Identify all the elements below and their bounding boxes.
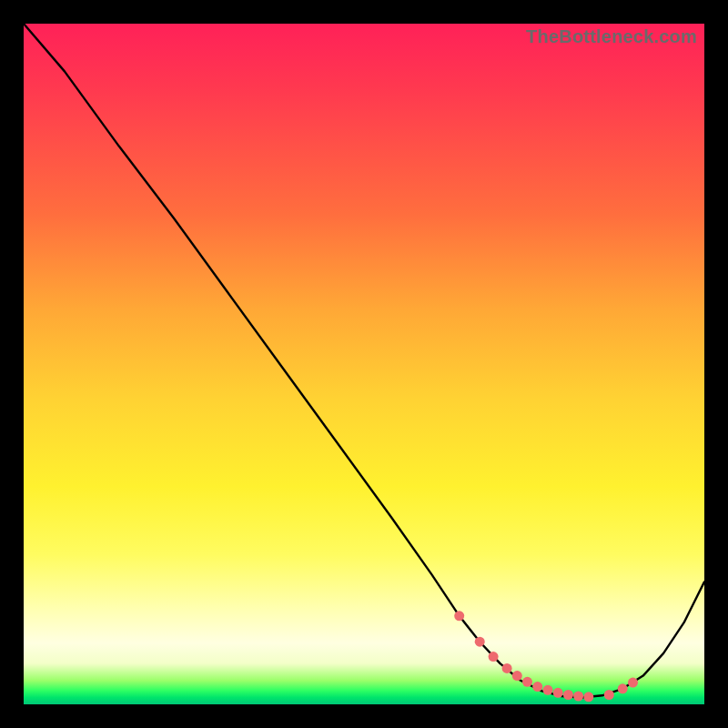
trough-marker-dot: [604, 690, 614, 700]
trough-marker-dot: [583, 692, 593, 702]
trough-marker-dot: [573, 692, 583, 702]
trough-marker-dot: [553, 688, 563, 698]
trough-marker-dot: [454, 611, 464, 621]
chart-svg: [24, 24, 704, 704]
trough-marker-dot: [618, 683, 628, 693]
trough-marker-dot: [489, 652, 499, 662]
trough-marker-dot: [502, 663, 512, 673]
trough-marker-dot: [543, 685, 553, 695]
trough-marker-dot: [522, 677, 532, 687]
trough-markers: [454, 611, 638, 702]
bottleneck-curve: [24, 24, 704, 698]
trough-marker-dot: [532, 682, 542, 692]
plot-area: TheBottleneck.com: [24, 24, 704, 704]
trough-marker-dot: [475, 637, 485, 647]
trough-marker-dot: [628, 678, 638, 688]
trough-marker-dot: [512, 671, 522, 681]
chart-stage: TheBottleneck.com: [0, 0, 728, 728]
trough-marker-dot: [563, 690, 573, 700]
